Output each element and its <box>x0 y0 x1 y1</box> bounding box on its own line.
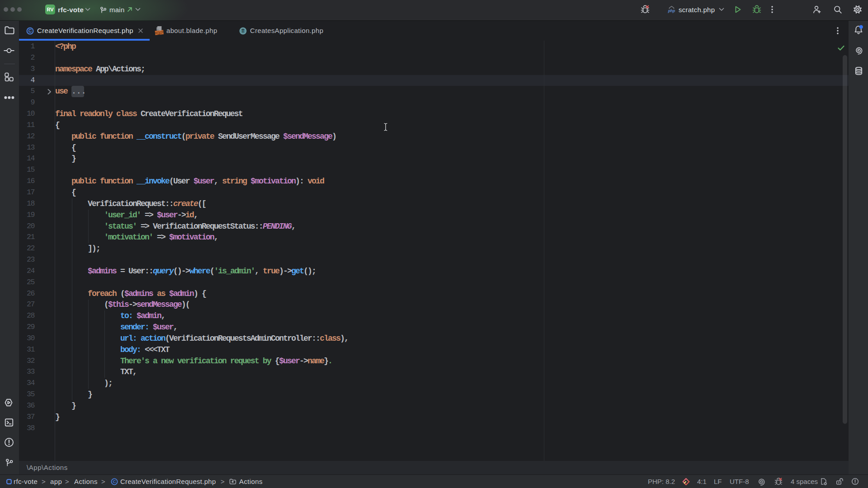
svg-text:php: php <box>668 9 675 13</box>
svg-text:C: C <box>113 479 116 484</box>
svg-text:T: T <box>241 28 245 33</box>
svg-text:C: C <box>28 28 32 33</box>
